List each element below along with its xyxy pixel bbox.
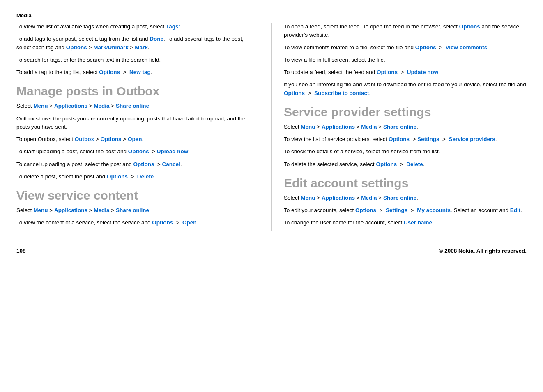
link-open-1[interactable]: Open <box>128 136 142 142</box>
link-user-name[interactable]: User name <box>404 219 432 226</box>
link-delete-1[interactable]: Delete <box>137 173 154 180</box>
view-service-desc: To view the content of a service, select… <box>16 219 259 227</box>
manage-desc: Outbox shows the posts you are currently… <box>16 115 259 131</box>
link-my-accounts[interactable]: My accounts <box>417 207 451 213</box>
link-menu-r2[interactable]: Menu <box>301 195 315 201</box>
left-column: To view the list of available tags when … <box>16 23 272 231</box>
link-applications-r2[interactable]: Applications <box>322 195 355 201</box>
link-view-comments[interactable]: View comments <box>446 44 488 51</box>
link-options-3[interactable]: Options <box>100 136 121 142</box>
link-outbox[interactable]: Outbox <box>75 136 94 142</box>
right-intro-3: To view a file in full screen, select th… <box>284 56 527 64</box>
link-mark[interactable]: Mark <box>135 44 148 51</box>
link-update-now[interactable]: Update now <box>407 69 439 75</box>
service-provider-nav: Select Menu > Applications > Media > Sha… <box>284 123 527 131</box>
intro-para-2: To add tags to your post, select a tag f… <box>16 35 259 52</box>
edit-account-username: To change the user name for the account,… <box>284 219 527 227</box>
view-service-nav: Select Menu > Applications > Media > Sha… <box>16 206 259 214</box>
link-mark-unmark[interactable]: Mark/Unmark <box>93 44 129 51</box>
page-columns: To view the list of available tags when … <box>16 23 527 231</box>
link-options-1[interactable]: Options <box>66 44 87 51</box>
link-options-r4[interactable]: Options <box>284 90 305 96</box>
link-menu-1[interactable]: Menu <box>33 103 48 109</box>
link-media-1[interactable]: Media <box>94 103 109 109</box>
link-options-r1[interactable]: Options <box>459 23 480 30</box>
right-column: To open a feed, select the feed. To open… <box>272 23 527 231</box>
page-number: 108 <box>16 248 26 254</box>
link-settings-r2[interactable]: Settings <box>386 207 407 213</box>
link-share-online-2[interactable]: Share online <box>116 207 149 213</box>
link-settings-r1[interactable]: Settings <box>417 136 439 142</box>
link-edit[interactable]: Edit <box>510 207 521 213</box>
link-options-7[interactable]: Options <box>152 219 173 226</box>
link-options-r2[interactable]: Options <box>415 44 436 51</box>
link-media-2[interactable]: Media <box>94 207 109 213</box>
section-label: Media <box>16 12 527 18</box>
link-applications-1[interactable]: Applications <box>54 103 87 109</box>
link-options-r3[interactable]: Options <box>377 69 398 75</box>
service-provider-list: To view the list of service providers, s… <box>284 135 527 143</box>
edit-account-nav: Select Menu > Applications > Media > Sha… <box>284 194 527 202</box>
link-new-tag[interactable]: New tag <box>129 69 151 75</box>
link-open-2[interactable]: Open <box>182 219 197 226</box>
heading-edit-account: Edit account settings <box>284 176 527 191</box>
heading-service-provider: Service provider settings <box>284 105 527 120</box>
right-intro-1: To open a feed, select the feed. To open… <box>284 23 527 39</box>
link-options-r7[interactable]: Options <box>355 207 376 213</box>
link-applications-r1[interactable]: Applications <box>322 124 355 130</box>
manage-upload: To start uploading a post, select the po… <box>16 148 259 156</box>
intro-para-1: To view the list of available tags when … <box>16 23 259 31</box>
link-share-online-1[interactable]: Share online <box>116 103 149 109</box>
link-share-online-r1[interactable]: Share online <box>383 124 416 130</box>
right-intro-2: To view comments related to a file, sele… <box>284 44 527 52</box>
link-options-4[interactable]: Options <box>128 148 149 154</box>
service-provider-check: To check the details of a service, selec… <box>284 148 527 156</box>
link-options-r6[interactable]: Options <box>376 161 397 167</box>
link-menu-2[interactable]: Menu <box>33 207 48 213</box>
intro-para-3: To search for tags, enter the search tex… <box>16 56 259 64</box>
section-manage-posts: Manage posts in Outbox Select Menu > App… <box>16 84 259 181</box>
link-options-r5[interactable]: Options <box>389 136 410 142</box>
link-service-providers[interactable]: Service providers <box>449 136 495 142</box>
link-menu-r1[interactable]: Menu <box>301 124 315 130</box>
right-intro-4: To update a feed, select the feed and Op… <box>284 68 527 76</box>
link-tags[interactable]: Tags: <box>166 23 180 30</box>
section-view-service: View service content Select Menu > Appli… <box>16 188 259 227</box>
footer: 108 © 2008 Nokia. All rights reserved. <box>16 244 527 254</box>
section-service-provider: Service provider settings Select Menu > … <box>284 105 527 168</box>
link-subscribe[interactable]: Subscribe to contact <box>314 90 369 96</box>
link-applications-2[interactable]: Applications <box>54 207 87 213</box>
intro-para-4: To add a tag to the tag list, select Opt… <box>16 68 259 76</box>
link-upload-now[interactable]: Upload now <box>157 148 189 154</box>
link-delete-r1[interactable]: Delete <box>406 161 423 167</box>
manage-cancel: To cancel uploading a post, select the p… <box>16 160 259 168</box>
edit-account-desc: To edit your accounts, select Options > … <box>284 206 527 214</box>
manage-nav: Select Menu > Applications > Media > Sha… <box>16 102 259 110</box>
link-cancel[interactable]: Cancel <box>162 161 180 167</box>
heading-manage-posts: Manage posts in Outbox <box>16 84 259 99</box>
link-options-6[interactable]: Options <box>107 173 128 180</box>
manage-delete: To delete a post, select the post and Op… <box>16 173 259 181</box>
link-done[interactable]: Done <box>150 36 163 42</box>
link-media-r1[interactable]: Media <box>361 124 377 130</box>
link-media-r2[interactable]: Media <box>361 195 377 201</box>
link-share-online-r2[interactable]: Share online <box>383 195 416 201</box>
page-wrapper: Media To view the list of available tags… <box>16 12 527 254</box>
copyright: © 2008 Nokia. All rights reserved. <box>439 248 527 254</box>
link-options-2[interactable]: Options <box>99 69 120 75</box>
manage-open: To open Outbox, select Outbox > Options … <box>16 135 259 143</box>
link-options-5[interactable]: Options <box>133 161 154 167</box>
service-provider-delete: To delete the selected service, select O… <box>284 160 527 168</box>
heading-view-service: View service content <box>16 188 259 203</box>
section-edit-account: Edit account settings Select Menu > Appl… <box>284 176 527 227</box>
right-intro-5: If you see an interesting file and want … <box>284 81 527 97</box>
